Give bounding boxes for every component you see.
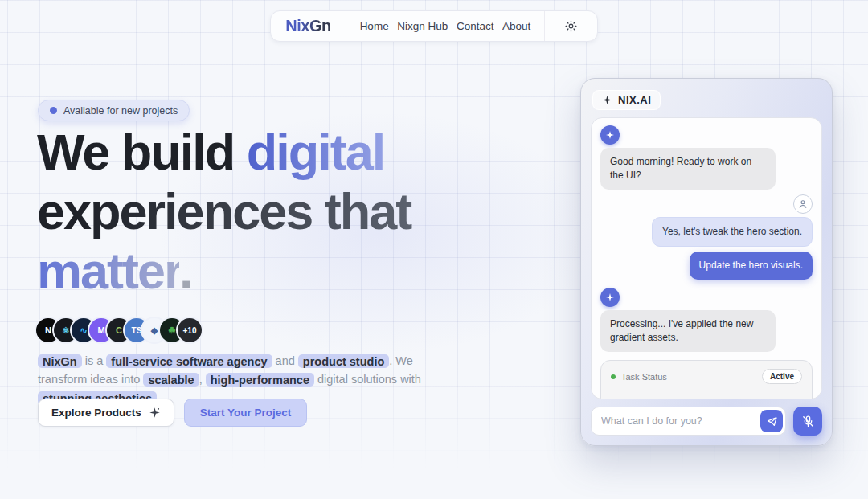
task-active-badge: Active bbox=[762, 369, 802, 384]
divider bbox=[611, 391, 802, 391]
explore-products-label: Explore Products bbox=[51, 407, 141, 419]
heading-line1-accent: digital bbox=[247, 124, 385, 180]
chat-input-wrap bbox=[591, 407, 786, 436]
ai-sparkle-icon bbox=[605, 292, 615, 302]
chat-message-user: Yes, let's tweak the hero section. bbox=[652, 217, 813, 247]
send-icon bbox=[766, 415, 778, 427]
availability-badge: Available for new projects bbox=[38, 100, 190, 121]
chat-title-label: NIX.AI bbox=[618, 94, 651, 106]
nav-item-nixgn-hub[interactable]: Nixgn Hub bbox=[397, 20, 448, 32]
chat-input[interactable] bbox=[591, 407, 786, 436]
chat-widget: NIX.AI Good morning! Ready to work on th… bbox=[580, 78, 833, 446]
person-icon bbox=[797, 198, 809, 210]
task-status-label: Task Status bbox=[621, 372, 762, 382]
desc-seg: product studio bbox=[298, 354, 390, 368]
desc-seg: scalable bbox=[143, 373, 199, 387]
sparkle-icon bbox=[602, 95, 612, 105]
logo-section: NixGn bbox=[271, 11, 346, 41]
hero-buttons: Explore Products Start Your Project bbox=[38, 399, 307, 427]
desc-seg: NixGn bbox=[38, 354, 82, 368]
task-status-card: Task Status Active Deploying Assets 84% bbox=[600, 360, 813, 399]
nav-links: Home Nixgn Hub Contact About bbox=[346, 11, 544, 41]
sun-icon bbox=[564, 19, 578, 33]
task-name: Deploying Assets bbox=[611, 398, 784, 399]
chat-input-row bbox=[591, 407, 822, 436]
desc-seg: is a bbox=[82, 354, 107, 367]
ai-avatar bbox=[600, 288, 620, 307]
desc-seg: , bbox=[199, 373, 206, 386]
nav-item-home[interactable]: Home bbox=[360, 20, 389, 32]
ai-sparkle-icon bbox=[605, 130, 615, 140]
heading-period: . bbox=[179, 243, 192, 299]
user-avatar bbox=[793, 194, 813, 214]
logo[interactable]: NixGn bbox=[285, 17, 330, 35]
chat-widget-title: NIX.AI bbox=[592, 90, 661, 110]
tech-stack-avatars: N ⚛ ∿ M C TS ◆ ☘ +10 bbox=[36, 318, 202, 342]
chat-message-ai: Good morning! Ready to work on the UI? bbox=[600, 148, 776, 190]
chat-message-ai: Processing... I've applied the new gradi… bbox=[600, 310, 776, 352]
nav-item-contact[interactable]: Contact bbox=[457, 20, 494, 32]
task-percent: 84% bbox=[784, 399, 802, 400]
desc-seg: full-service software agency bbox=[106, 354, 272, 368]
start-project-label: Start Your Project bbox=[200, 407, 292, 419]
heading-line2: experiences that bbox=[37, 182, 519, 241]
theme-toggle-button[interactable] bbox=[544, 11, 597, 41]
start-project-button[interactable]: Start Your Project bbox=[184, 399, 308, 427]
desc-seg: and bbox=[272, 354, 298, 367]
tech-avatar-more-count: +10 bbox=[178, 318, 202, 342]
top-navbar: NixGn Home Nixgn Hub Contact About bbox=[270, 10, 598, 42]
availability-badge-label: Available for new projects bbox=[63, 105, 178, 117]
nav-item-about[interactable]: About bbox=[502, 20, 530, 32]
mic-off-icon bbox=[801, 415, 815, 428]
sparkle-icon bbox=[149, 407, 161, 419]
explore-products-button[interactable]: Explore Products bbox=[38, 399, 174, 427]
ai-avatar bbox=[600, 125, 620, 145]
desc-seg: digital solutions with bbox=[314, 373, 421, 386]
send-button[interactable] bbox=[760, 410, 783, 432]
status-dot bbox=[50, 107, 57, 114]
hero-heading: We build digital experiences that matter… bbox=[37, 122, 519, 301]
heading-line3-accent: matter bbox=[37, 243, 179, 299]
task-status-dot bbox=[611, 374, 616, 379]
heading-line1-dark: We build bbox=[37, 124, 247, 180]
desc-seg: high-performance bbox=[206, 373, 314, 387]
mic-button[interactable] bbox=[793, 407, 822, 436]
chat-messages-panel: Good morning! Ready to work on the UI? Y… bbox=[591, 117, 822, 399]
chat-message-user-accent: Update the hero visuals. bbox=[690, 252, 813, 280]
